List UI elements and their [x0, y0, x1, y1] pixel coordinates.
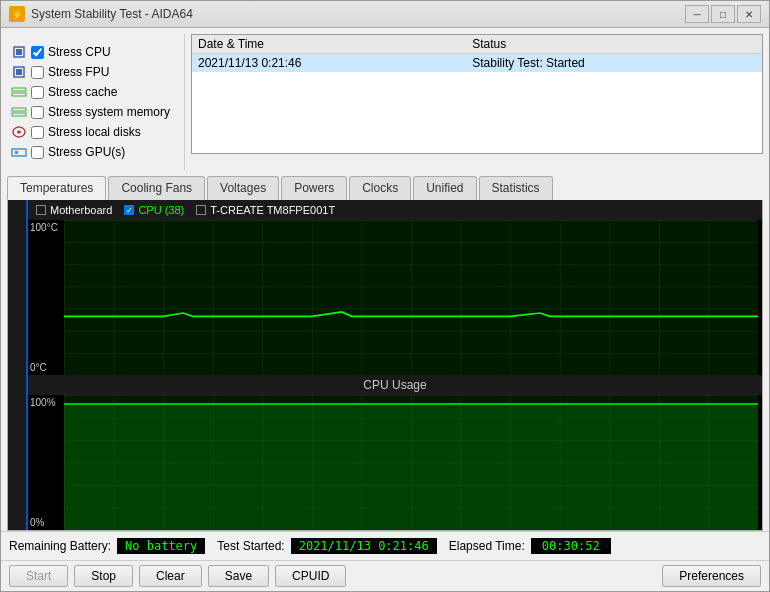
test-started-value: 2021/11/13 0:21:46 — [291, 538, 437, 554]
elapsed-value: 00:30:52 — [531, 538, 611, 554]
stress-cache-item[interactable]: Stress cache — [11, 82, 180, 102]
title-bar: ⚡ System Stability Test - AIDA64 ─ □ ✕ — [1, 1, 769, 28]
top-section: Stress CPU Stress FPU Stress cache — [1, 28, 769, 176]
app-icon: ⚡ — [9, 6, 25, 22]
legend-motherboard: Motherboard — [36, 204, 112, 216]
elapsed-status: Elapsed Time: 00:30:52 — [449, 538, 611, 554]
cpu-usage-y-top: 100% — [30, 397, 56, 408]
preferences-button[interactable]: Preferences — [662, 565, 761, 587]
start-button[interactable]: Start — [9, 565, 68, 587]
cpu-usage-svg — [64, 395, 758, 530]
test-started-label: Test Started: — [217, 539, 284, 553]
tab-unified[interactable]: Unified — [413, 176, 476, 200]
temp-y-top: 100°C — [30, 222, 58, 233]
cpu-legend-label: CPU (38) — [138, 204, 184, 216]
test-started-status: Test Started: 2021/11/13 0:21:46 — [217, 538, 436, 554]
stress-fpu-label: Stress FPU — [48, 65, 109, 79]
main-window: ⚡ System Stability Test - AIDA64 ─ □ ✕ S… — [0, 0, 770, 592]
charts-inner: Motherboard ✓ CPU (38) T-CREATE TM8FPE00… — [8, 200, 762, 530]
stress-disk-checkbox[interactable] — [31, 126, 44, 139]
tcreate-checkbox[interactable] — [196, 205, 206, 215]
stress-disk-label: Stress local disks — [48, 125, 141, 139]
legend-tcreate: T-CREATE TM8FPE001T — [196, 204, 335, 216]
temp-chart-canvas: 100°C 0°C 38 — [28, 220, 762, 375]
stress-gpu-item[interactable]: Stress GPU(s) — [11, 142, 180, 162]
cpu-usage-y-bottom: 0% — [30, 517, 44, 528]
tab-temperatures[interactable]: Temperatures — [7, 176, 106, 200]
stress-mem-label: Stress system memory — [48, 105, 170, 119]
temperature-chart: Motherboard ✓ CPU (38) T-CREATE TM8FPE00… — [28, 200, 762, 375]
stress-cache-checkbox[interactable] — [31, 86, 44, 99]
minimize-button[interactable]: ─ — [685, 5, 709, 23]
cpu-legend-checkbox[interactable]: ✓ — [124, 205, 134, 215]
legend-cpu: ✓ CPU (38) — [124, 204, 184, 216]
gpu-icon — [11, 144, 27, 160]
button-spacer — [352, 565, 656, 587]
stress-gpu-label: Stress GPU(s) — [48, 145, 125, 159]
stress-gpu-checkbox[interactable] — [31, 146, 44, 159]
svg-rect-5 — [12, 93, 26, 96]
stress-fpu-item[interactable]: Stress FPU — [11, 62, 180, 82]
motherboard-label: Motherboard — [50, 204, 112, 216]
log-col-datetime: Date & Time — [192, 35, 466, 54]
temp-y-bottom: 0°C — [30, 362, 47, 373]
button-bar: Start Stop Clear Save CPUID Preferences — [1, 560, 769, 591]
svg-rect-4 — [12, 88, 26, 91]
stress-mem-item[interactable]: Stress system memory — [11, 102, 180, 122]
tabs-container: Temperatures Cooling Fans Voltages Power… — [1, 176, 769, 531]
battery-value: No battery — [117, 538, 205, 554]
stress-mem-checkbox[interactable] — [31, 106, 44, 119]
svg-rect-10 — [12, 149, 26, 156]
stop-button[interactable]: Stop — [74, 565, 133, 587]
svg-marker-16 — [64, 404, 758, 530]
elapsed-label: Elapsed Time: — [449, 539, 525, 553]
svg-rect-13 — [64, 220, 758, 375]
cpuid-button[interactable]: CPUID — [275, 565, 346, 587]
chart-legend: Motherboard ✓ CPU (38) T-CREATE TM8FPE00… — [28, 200, 762, 220]
charts-area: Motherboard ✓ CPU (38) T-CREATE TM8FPE00… — [7, 200, 763, 531]
cpu-usage-canvas: 100% 0% 100% — [28, 395, 762, 530]
close-button[interactable]: ✕ — [737, 5, 761, 23]
cpu-usage-chart: CPU Usage 100% 0% 100% — [28, 375, 762, 530]
fpu-icon — [11, 64, 27, 80]
cpu-icon — [11, 44, 27, 60]
tab-voltages[interactable]: Voltages — [207, 176, 279, 200]
svg-rect-7 — [12, 113, 26, 116]
log-table: Date & Time Status 2021/11/13 0:21:46 St… — [191, 34, 763, 154]
svg-rect-6 — [12, 108, 26, 111]
cpu-chart-title: CPU Usage — [28, 375, 762, 395]
window-title: System Stability Test - AIDA64 — [31, 7, 679, 21]
log-col-status: Status — [466, 35, 762, 54]
battery-label: Remaining Battery: — [9, 539, 111, 553]
stress-cpu-checkbox[interactable] — [31, 46, 44, 59]
tabs-bar: Temperatures Cooling Fans Voltages Power… — [7, 176, 763, 200]
temp-chart-svg — [64, 220, 758, 375]
stress-cpu-item[interactable]: Stress CPU — [11, 42, 180, 62]
svg-rect-11 — [15, 151, 18, 154]
stress-options-panel: Stress CPU Stress FPU Stress cache — [7, 34, 185, 170]
status-bar: Remaining Battery: No battery Test Start… — [1, 531, 769, 560]
svg-point-9 — [17, 131, 21, 134]
stress-cpu-label: Stress CPU — [48, 45, 111, 59]
save-button[interactable]: Save — [208, 565, 269, 587]
tcreate-label: T-CREATE TM8FPE001T — [210, 204, 335, 216]
clear-button[interactable]: Clear — [139, 565, 202, 587]
svg-rect-3 — [16, 69, 22, 75]
window-controls: ─ □ ✕ — [685, 5, 761, 23]
stress-disk-item[interactable]: Stress local disks — [11, 122, 180, 142]
cache-icon — [11, 84, 27, 100]
log-status: Stability Test: Started — [466, 54, 762, 73]
tab-cooling-fans[interactable]: Cooling Fans — [108, 176, 205, 200]
battery-status: Remaining Battery: No battery — [9, 538, 205, 554]
tab-statistics[interactable]: Statistics — [479, 176, 553, 200]
log-row[interactable]: 2021/11/13 0:21:46 Stability Test: Start… — [192, 54, 762, 73]
stress-fpu-checkbox[interactable] — [31, 66, 44, 79]
mem-icon — [11, 104, 27, 120]
maximize-button[interactable]: □ — [711, 5, 735, 23]
stress-cache-label: Stress cache — [48, 85, 117, 99]
tab-powers[interactable]: Powers — [281, 176, 347, 200]
motherboard-checkbox[interactable] — [36, 205, 46, 215]
tab-clocks[interactable]: Clocks — [349, 176, 411, 200]
left-indicator — [8, 200, 28, 530]
chart-columns: Motherboard ✓ CPU (38) T-CREATE TM8FPE00… — [28, 200, 762, 530]
